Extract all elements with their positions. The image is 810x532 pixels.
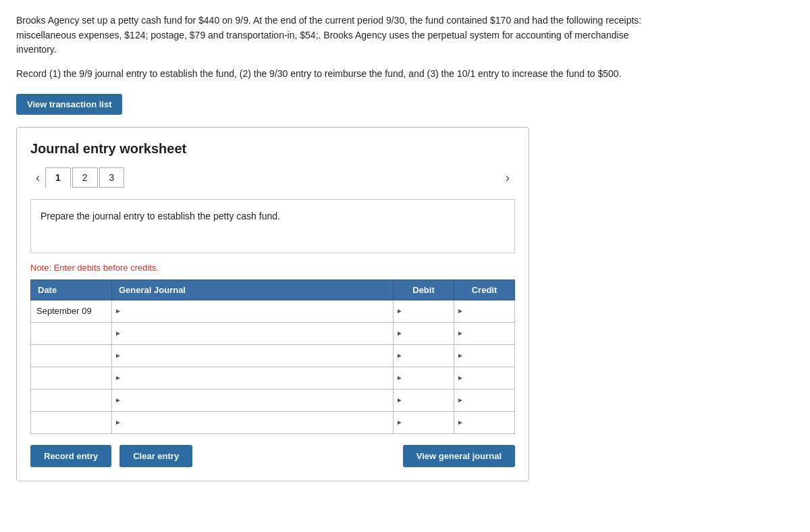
date-cell [31,344,112,367]
date-cell [31,367,112,389]
worksheet-title: Journal entry worksheet [30,141,515,157]
date-cell: September 09 [31,300,112,322]
col-header-credit: Credit [454,280,515,300]
worksheet-container: Journal entry worksheet ‹ 1 2 3 › Prepar… [16,127,529,481]
debit-input[interactable] [404,390,454,411]
debit-input[interactable] [404,367,454,389]
table-row: ►►► [31,344,515,367]
tab-2[interactable]: 2 [72,167,98,188]
debit-cell[interactable]: ► [394,300,454,322]
debit-cell[interactable]: ► [394,322,454,344]
debit-input[interactable] [404,412,454,433]
debit-input[interactable] [404,323,454,344]
table-row: ►►► [31,322,515,344]
tab-navigation: ‹ 1 2 3 › [30,167,515,188]
credit-input[interactable] [465,323,514,344]
date-cell [31,389,112,411]
tab-3[interactable]: 3 [99,167,125,188]
credit-cell[interactable]: ► [454,322,515,344]
instruction-text: Prepare the journal entry to establish t… [40,211,280,221]
table-row: ►►► [31,411,515,433]
debit-input[interactable] [404,300,454,322]
general-journal-cell[interactable]: ► [112,389,394,411]
general-journal-cell[interactable]: ► [112,367,394,389]
debit-cell[interactable]: ► [394,344,454,367]
button-row: Record entry Clear entry View general jo… [30,445,515,467]
credit-cell[interactable]: ► [454,411,515,433]
tab-1[interactable]: 1 [45,167,71,188]
instruction-box: Prepare the journal entry to establish t… [30,199,515,253]
table-row: September 09►►► [31,300,515,322]
general-journal-cell[interactable]: ► [112,344,394,367]
clear-entry-button[interactable]: Clear entry [119,445,192,467]
debit-cell[interactable]: ► [394,411,454,433]
credit-cell[interactable]: ► [454,344,515,367]
note-text: Note: Enter debits before credits. [30,263,515,273]
general-journal-cell[interactable]: ► [112,411,394,433]
credit-cell[interactable]: ► [454,300,515,322]
general-journal-input[interactable] [124,367,393,389]
debit-cell[interactable]: ► [394,367,454,389]
next-arrow[interactable]: › [500,168,515,188]
credit-cell[interactable]: ► [454,389,515,411]
general-journal-cell[interactable]: ► [112,322,394,344]
credit-input[interactable] [465,345,514,367]
date-cell [31,411,112,433]
credit-input[interactable] [465,367,514,389]
paragraph2: Record (1) the 9/9 journal entry to esta… [16,67,664,82]
debit-input[interactable] [404,345,454,367]
general-journal-input[interactable] [124,412,393,433]
general-journal-input[interactable] [124,390,393,411]
credit-input[interactable] [465,412,514,433]
record-entry-button[interactable]: Record entry [30,445,111,467]
view-transaction-list-button[interactable]: View transaction list [16,94,122,115]
prev-arrow[interactable]: ‹ [30,168,45,188]
paragraph1: Brooks Agency set up a petty cash fund f… [16,14,664,57]
col-header-date: Date [31,280,112,300]
general-journal-input[interactable] [124,323,393,344]
date-cell [31,322,112,344]
general-journal-cell[interactable]: ► [112,300,394,322]
table-row: ►►► [31,389,515,411]
debit-cell[interactable]: ► [394,389,454,411]
general-journal-input[interactable] [124,345,393,367]
problem-text: Brooks Agency set up a petty cash fund f… [16,14,664,82]
general-journal-input[interactable] [124,300,393,322]
credit-input[interactable] [465,390,514,411]
table-row: ►►► [31,367,515,389]
col-header-gj: General Journal [112,280,394,300]
journal-table: Date General Journal Debit Credit Septem… [30,280,515,434]
credit-cell[interactable]: ► [454,367,515,389]
credit-input[interactable] [465,300,514,322]
view-general-journal-button[interactable]: View general journal [403,445,515,467]
col-header-debit: Debit [394,280,454,300]
